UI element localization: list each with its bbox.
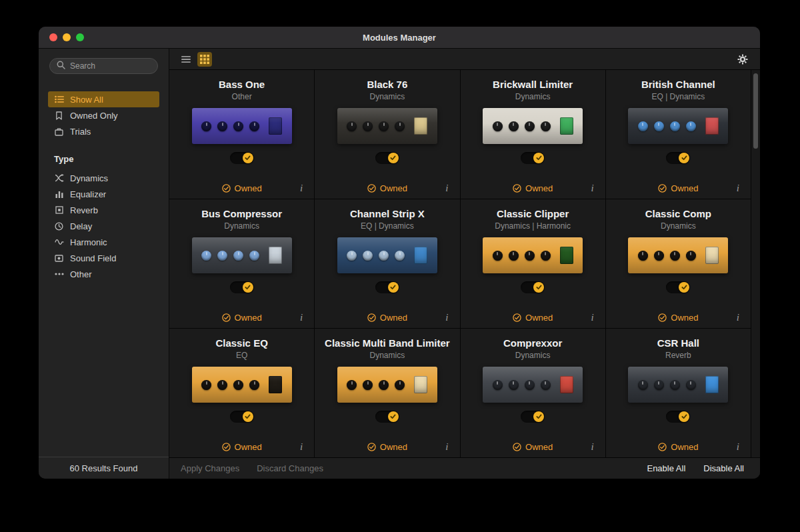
module-card: Bus Compressor Dynamics Owned i [169,199,315,329]
module-card: Classic Comp Dynamics Owned i [606,199,751,329]
close-button[interactable] [49,33,57,41]
info-button[interactable]: i [445,312,448,323]
sidebar-item-label: Show All [70,95,103,105]
knob-icon [493,251,503,261]
toggle-check-icon [533,153,544,163]
check-circle-icon [658,184,667,193]
info-button[interactable]: i [737,441,739,453]
knob-icon [638,121,648,131]
module-artwork [337,367,437,403]
knob-icon [233,251,243,261]
module-name: Channel Strip X [315,208,459,219]
window-controls [49,27,84,48]
meter-icon [705,247,719,264]
module-enable-toggle[interactable] [521,152,545,164]
info-button[interactable]: i [300,441,303,453]
knob-icon [654,380,664,390]
info-button[interactable]: i [445,183,448,194]
settings-button[interactable] [735,51,751,67]
info-button[interactable]: i [737,312,739,323]
knob-icon [686,251,696,261]
sidebar-item-show-all[interactable]: Show All [48,91,159,107]
info-button[interactable]: i [445,441,448,453]
enable-all-button[interactable]: Enable All [647,463,685,473]
grid-view-button[interactable] [197,52,212,67]
check-circle-icon [222,443,231,451]
check-circle-icon [367,313,376,322]
module-enable-toggle[interactable] [230,152,254,164]
module-enable-toggle[interactable] [666,152,690,164]
knob-icon [201,121,211,131]
zoom-button[interactable] [76,33,84,41]
module-card: Classic Clipper Dynamics | Harmonic Owne… [461,199,606,329]
check-circle-icon [658,443,667,451]
sidebar-item-reverb[interactable]: Reverb [48,202,159,218]
window-title: Modules Manager [363,33,436,43]
module-enable-toggle[interactable] [521,411,545,423]
knob-icon [379,380,389,390]
module-category: Dynamics [315,92,459,102]
knob-icon [347,251,357,261]
knob-icon [670,251,680,261]
meter-icon [705,117,719,135]
module-card-footer: Owned i [461,307,605,328]
module-artwork [628,367,728,403]
sine-wave-icon [54,239,64,245]
search-input[interactable] [70,61,151,71]
knob-icon [509,251,519,261]
owned-badge: Owned [367,313,407,323]
module-card-footer: Owned i [606,436,751,457]
module-enable-toggle[interactable] [375,411,399,423]
info-button[interactable]: i [591,441,594,453]
knob-icon [654,121,664,131]
module-enable-toggle[interactable] [521,281,545,293]
apply-changes-button[interactable]: Apply Changes [181,463,239,473]
module-artwork [337,237,437,273]
disable-all-button[interactable]: Disable All [703,463,744,473]
module-artwork-knobs [201,247,282,264]
module-category: EQ | Dynamics [606,92,751,102]
module-enable-toggle[interactable] [666,281,690,293]
info-button[interactable]: i [300,312,303,323]
module-artwork [483,108,583,144]
info-button[interactable]: i [591,183,594,194]
sidebar-item-other[interactable]: Other [48,266,159,282]
meter-icon [560,117,573,135]
results-count: 60 Results Found [39,457,169,479]
module-enable-toggle[interactable] [666,411,690,423]
module-artwork-knobs [347,247,427,264]
module-enable-toggle[interactable] [375,152,399,164]
sidebar-item-harmonic[interactable]: Harmonic [48,234,159,250]
sidebar-item-owned-only[interactable]: Owned Only [48,107,159,123]
info-button[interactable]: i [737,183,739,194]
sidebar-item-sound-field[interactable]: Sound Field [48,250,159,266]
sidebar-item-equalizer[interactable]: Equalizer [48,186,159,202]
knob-icon [395,380,405,390]
sidebar-item-dynamics[interactable]: Dynamics [48,170,159,186]
owned-badge: Owned [367,442,407,452]
sidebar-item-trials[interactable]: Trials [48,123,159,139]
toggle-check-icon [243,153,253,163]
module-enable-toggle[interactable] [375,281,399,293]
info-button[interactable]: i [591,312,594,323]
knob-icon [363,380,373,390]
module-name: British Channel [606,79,751,90]
window-body: Show All Owned Only Trials [39,49,760,479]
vertical-scrollbar[interactable] [753,73,758,149]
toggle-check-icon [533,282,544,293]
sidebar-item-delay[interactable]: Delay [48,218,159,234]
owned-badge: Owned [513,442,553,452]
view-toolbar [169,49,760,70]
knob-icon [363,251,373,261]
minimize-button[interactable] [63,33,71,41]
owned-badge: Owned [513,183,553,193]
list-view-button[interactable] [179,52,193,67]
knob-icon [525,251,535,261]
module-artwork-knobs [201,376,282,393]
module-enable-toggle[interactable] [230,411,254,423]
info-button[interactable]: i [300,183,303,194]
owned-label: Owned [671,183,698,193]
discard-changes-button[interactable]: Discard Changes [257,463,323,473]
module-enable-toggle[interactable] [230,281,254,293]
toggle-check-icon [388,282,399,293]
